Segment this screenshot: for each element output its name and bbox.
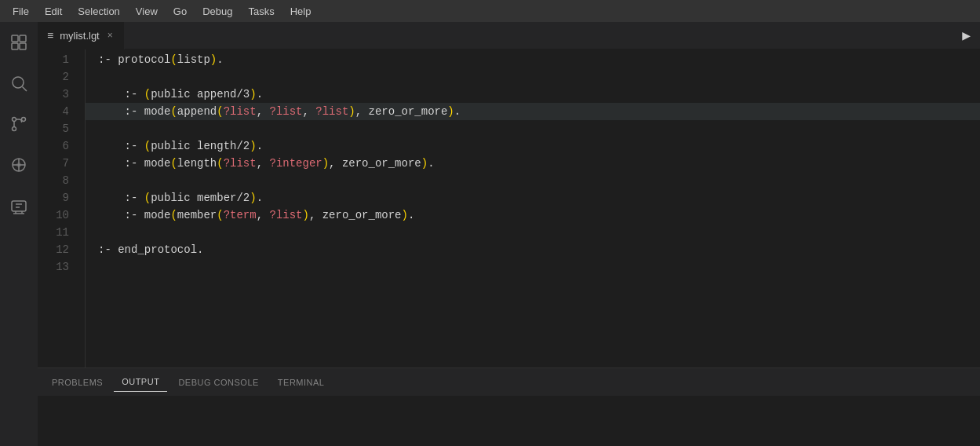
panel-tab-problems[interactable]: PROBLEMS <box>44 373 111 392</box>
file-tab[interactable]: ≡ mylist.lgt × <box>38 22 125 49</box>
search-icon[interactable] <box>5 69 33 97</box>
line-numbers: 1 2 3 4 5 6 7 8 9 10 11 12 13 <box>38 49 85 367</box>
file-icon: ≡ <box>47 29 53 42</box>
line-num-7: 7 <box>38 155 78 172</box>
line-num-12: 12 <box>38 241 78 258</box>
menu-bar: File Edit Selection View Go Debug Tasks … <box>0 0 980 22</box>
line-num-5: 5 <box>38 120 78 137</box>
line-num-2: 2 <box>38 68 78 86</box>
menu-debug[interactable]: Debug <box>196 4 239 19</box>
menu-file[interactable]: File <box>6 4 35 19</box>
panel-tab-debug-console[interactable]: DEBUG CONSOLE <box>170 373 266 392</box>
svg-point-4 <box>13 77 24 88</box>
code-line-3: :- (public append/3). <box>86 86 980 103</box>
remote-icon[interactable] <box>5 192 33 220</box>
run-button[interactable]: ▶ <box>953 27 980 44</box>
svg-rect-0 <box>12 35 18 42</box>
menu-tasks[interactable]: Tasks <box>242 4 280 19</box>
code-line-9: :- (public member/2). <box>86 189 980 207</box>
svg-rect-2 <box>12 43 18 49</box>
code-line-12: :- end_protocol. <box>86 241 980 258</box>
code-lines[interactable]: :- protocol(listp). :- (public append/3)… <box>85 49 980 367</box>
menu-selection[interactable]: Selection <box>71 4 126 19</box>
panel-tabs: PROBLEMS OUTPUT DEBUG CONSOLE TERMINAL <box>38 368 980 396</box>
code-content: 1 2 3 4 5 6 7 8 9 10 11 12 13 <box>38 49 980 367</box>
extensions-icon[interactable] <box>5 151 33 179</box>
line-num-4: 4 <box>38 103 78 120</box>
menu-help[interactable]: Help <box>284 4 318 19</box>
menu-view[interactable]: View <box>129 4 164 19</box>
panel-tab-output[interactable]: OUTPUT <box>114 372 167 392</box>
line-num-3: 3 <box>38 86 78 103</box>
code-line-5 <box>86 120 980 137</box>
code-line-2 <box>86 68 980 86</box>
code-line-7: :- mode(length(?list, ?integer), zero_or… <box>86 155 980 172</box>
svg-point-6 <box>13 118 16 122</box>
panel-content <box>38 396 980 446</box>
menu-go[interactable]: Go <box>167 4 193 19</box>
tab-bar: ≡ mylist.lgt × ▶ <box>38 22 980 49</box>
code-editor[interactable]: 1 2 3 4 5 6 7 8 9 10 11 12 13 <box>38 49 980 367</box>
code-line-8 <box>86 172 980 189</box>
line-num-10: 10 <box>38 207 78 224</box>
panel-tab-terminal[interactable]: TERMINAL <box>270 373 333 392</box>
line-num-6: 6 <box>38 137 78 155</box>
code-line-1: :- protocol(listp). <box>86 51 980 68</box>
line-num-9: 9 <box>38 189 78 207</box>
svg-rect-13 <box>12 201 26 211</box>
explorer-icon[interactable] <box>5 28 33 57</box>
svg-point-12 <box>16 163 21 167</box>
main-area: ≡ mylist.lgt × ▶ 1 2 3 4 5 6 7 8 9 <box>0 22 980 446</box>
code-line-11 <box>86 224 980 241</box>
tab-close-button[interactable]: × <box>106 28 115 42</box>
code-line-4: :- mode(append(?list, ?list, ?list), zer… <box>86 103 980 120</box>
activity-bar <box>0 22 38 446</box>
editor-area: ≡ mylist.lgt × ▶ 1 2 3 4 5 6 7 8 9 <box>38 22 980 446</box>
line-num-8: 8 <box>38 172 78 189</box>
svg-rect-3 <box>20 43 26 49</box>
svg-line-5 <box>23 87 27 92</box>
code-line-10: :- mode(member(?term, ?list), zero_or_mo… <box>86 207 980 224</box>
line-num-13: 13 <box>38 258 78 276</box>
code-line-13 <box>86 258 980 276</box>
menu-edit[interactable]: Edit <box>38 4 68 19</box>
tab-filename: mylist.lgt <box>60 30 100 42</box>
svg-rect-1 <box>20 35 26 42</box>
svg-point-8 <box>13 127 16 131</box>
line-num-11: 11 <box>38 224 78 241</box>
line-num-1: 1 <box>38 51 78 68</box>
bottom-panel: PROBLEMS OUTPUT DEBUG CONSOLE TERMINAL <box>38 367 980 446</box>
code-line-6: :- (public length/2). <box>86 137 980 155</box>
svg-point-7 <box>22 118 26 122</box>
source-control-icon[interactable] <box>5 110 33 138</box>
